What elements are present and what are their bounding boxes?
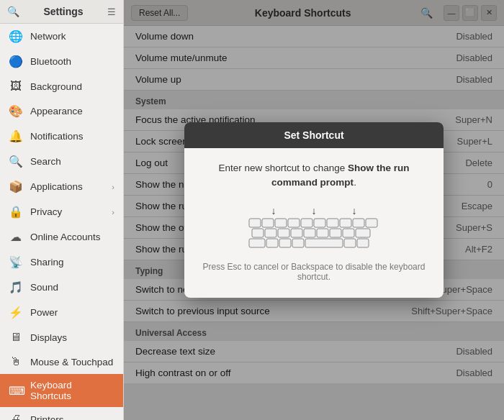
sidebar-icon-appearance: 🎨 (9, 104, 23, 118)
sidebar-item-sharing[interactable]: 📡 Sharing (0, 250, 123, 275)
sidebar-label-displays: Displays (30, 332, 114, 343)
sidebar-label-printers: Printers (30, 414, 114, 421)
sidebar-label-mouse-touchpad: Mouse & Touchpad (30, 357, 114, 368)
sidebar-label-search: Search (30, 156, 114, 167)
svg-rect-10 (340, 219, 351, 227)
arrow-icon: › (112, 183, 114, 191)
sidebar-icon-keyboard-shortcuts: ⌨ (9, 384, 23, 398)
svg-rect-26 (305, 239, 343, 247)
sidebar-item-background[interactable]: 🖼 Background (0, 74, 123, 99)
svg-rect-8 (314, 219, 325, 227)
modal-hint: Press Esc to cancel or Backspace to disa… (199, 262, 429, 289)
sidebar-icon-sound: 🎵 (9, 280, 23, 294)
sidebar-item-network[interactable]: 🌐 Network (0, 24, 123, 49)
modal-title: Set Shortcut (184, 122, 444, 148)
sidebar-items-container: 🌐 Network 🔵 Bluetooth 🖼 Background 🎨 App… (0, 24, 123, 420)
svg-rect-24 (279, 239, 291, 247)
sidebar-label-online-accounts: Online Accounts (30, 232, 114, 242)
main-panel: Reset All... Keyboard Shortcuts 🔍 — ⬜ ✕ … (124, 0, 504, 420)
svg-rect-11 (353, 219, 364, 227)
svg-rect-27 (344, 239, 356, 247)
sidebar-item-keyboard-shortcuts[interactable]: ⌨ Keyboard Shortcuts (0, 374, 123, 407)
sidebar-icon-network: 🌐 (9, 29, 23, 43)
search-icon: 🔍 (7, 6, 19, 17)
svg-rect-9 (327, 219, 338, 227)
sidebar-label-appearance: Appearance (30, 106, 114, 117)
modal-overlay: Set Shortcut Enter new shortcut to chang… (124, 0, 504, 420)
sidebar-label-keyboard-shortcuts: Keyboard Shortcuts (30, 380, 114, 401)
svg-rect-15 (278, 229, 289, 237)
svg-text:↓: ↓ (312, 205, 317, 216)
sidebar-icon-privacy: 🔒 (9, 205, 23, 219)
sidebar-icon-search: 🔍 (9, 155, 23, 168)
svg-rect-17 (304, 229, 315, 237)
sidebar-item-sound[interactable]: 🎵 Sound (0, 275, 123, 300)
sidebar-label-notifications: Notifications (30, 131, 114, 142)
svg-rect-19 (330, 229, 341, 237)
sidebar-item-printers[interactable]: 🖨 Printers (0, 407, 123, 420)
sidebar-icon-online-accounts: ☁ (9, 230, 23, 244)
svg-text:↓: ↓ (271, 205, 276, 216)
svg-rect-21 (356, 229, 370, 237)
sidebar-header: 🔍 Settings ☰ (0, 0, 123, 24)
sidebar-icon-mouse-touchpad: 🖱 (9, 355, 23, 368)
sidebar-label-background: Background (30, 81, 114, 92)
sidebar-item-applications[interactable]: 📦 Applications › (0, 174, 123, 199)
instruction-prefix: Enter new shortcut to change (219, 163, 348, 173)
sidebar-icon-notifications: 🔔 (9, 129, 23, 143)
svg-rect-25 (292, 239, 304, 247)
sidebar-label-sound: Sound (30, 282, 114, 293)
sidebar-label-sharing: Sharing (30, 257, 114, 268)
sidebar-icon-background: 🖼 (9, 80, 23, 93)
modal-instruction: Enter new shortcut to change Show the ru… (199, 161, 429, 191)
sidebar-label-applications: Applications (30, 181, 104, 192)
set-shortcut-dialog: Set Shortcut Enter new shortcut to chang… (184, 122, 444, 298)
sidebar-item-mouse-touchpad[interactable]: 🖱 Mouse & Touchpad (0, 350, 123, 374)
sidebar-item-privacy[interactable]: 🔒 Privacy › (0, 199, 123, 224)
arrow-icon: › (112, 208, 114, 216)
svg-rect-16 (291, 229, 302, 237)
sidebar-label-privacy: Privacy (30, 206, 104, 217)
sidebar-icon-applications: 📦 (9, 180, 23, 193)
sidebar-item-displays[interactable]: 🖥 Displays (0, 325, 123, 350)
svg-rect-7 (301, 219, 312, 227)
sidebar-item-online-accounts[interactable]: ☁ Online Accounts (0, 224, 123, 250)
svg-rect-3 (249, 219, 261, 227)
modal-body: Enter new shortcut to change Show the ru… (184, 148, 444, 298)
svg-rect-14 (265, 229, 276, 237)
sidebar-item-appearance[interactable]: 🎨 Appearance (0, 99, 123, 124)
keyboard-svg: ↓ ↓ ↓ (242, 201, 386, 252)
svg-rect-22 (249, 239, 265, 247)
svg-rect-6 (288, 219, 300, 227)
sidebar-item-bluetooth[interactable]: 🔵 Bluetooth (0, 49, 123, 74)
svg-text:↓: ↓ (352, 205, 357, 216)
sidebar-item-search[interactable]: 🔍 Search (0, 149, 123, 174)
sidebar: 🔍 Settings ☰ 🌐 Network 🔵 Bluetooth 🖼 Bac… (0, 0, 124, 420)
sidebar-label-power: Power (30, 307, 114, 318)
sidebar-icon-sharing: 📡 (9, 255, 23, 269)
sidebar-icon-displays: 🖥 (9, 331, 23, 344)
instruction-suffix: . (354, 177, 356, 188)
sidebar-label-bluetooth: Bluetooth (30, 56, 114, 67)
sidebar-item-notifications[interactable]: 🔔 Notifications (0, 124, 123, 149)
sidebar-label-network: Network (30, 31, 114, 42)
svg-rect-28 (357, 239, 369, 247)
sidebar-item-power[interactable]: ⚡ Power (0, 300, 123, 325)
svg-rect-18 (317, 229, 328, 237)
svg-rect-4 (262, 219, 274, 227)
svg-rect-20 (343, 229, 354, 237)
svg-rect-12 (366, 219, 377, 227)
sidebar-title: Settings (24, 6, 103, 17)
keyboard-graphic: ↓ ↓ ↓ (199, 201, 429, 252)
menu-icon[interactable]: ☰ (107, 6, 116, 17)
sidebar-icon-power: ⚡ (9, 306, 23, 319)
sidebar-icon-printers: 🖨 (9, 413, 23, 420)
svg-rect-5 (275, 219, 287, 227)
sidebar-icon-bluetooth: 🔵 (9, 55, 23, 68)
svg-rect-23 (266, 239, 278, 247)
svg-rect-13 (252, 229, 264, 237)
